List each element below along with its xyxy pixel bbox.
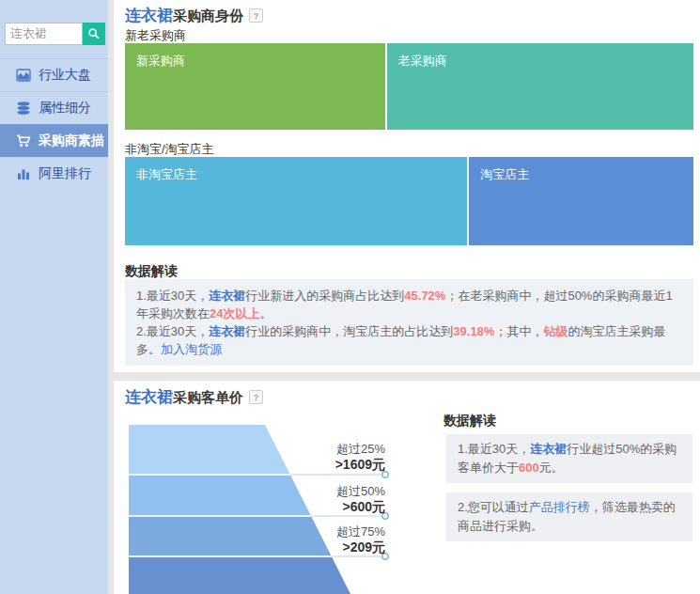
inline-link[interactable]: 加入淘货源 xyxy=(161,342,222,356)
sidebar-item-label: 属性细分 xyxy=(39,100,91,117)
tier-callout-1: 超过25% >1609元 xyxy=(335,441,385,473)
highlight-value: 24次以上 xyxy=(210,306,259,320)
bar-segment[interactable]: 淘宝店主 xyxy=(469,157,693,245)
search-icon xyxy=(87,27,101,40)
highlight-value: 45.72% xyxy=(404,289,445,303)
title-keyword: 连衣裙 xyxy=(125,386,173,408)
sidebar-item-attribute-breakdown[interactable]: 属性细分 xyxy=(0,91,108,124)
sidebar-menu: 行业大盘 属性细分 采购商素描 xyxy=(0,58,108,190)
title-rest: 采购商身份 xyxy=(173,8,243,25)
section-divider xyxy=(114,372,700,381)
tier-label: 超过25% xyxy=(335,441,385,457)
sidebar-item-buyer-profile[interactable]: 采购商素描 xyxy=(0,124,114,157)
layers-icon xyxy=(16,101,31,116)
sidebar: 行业大盘 属性细分 采购商素描 xyxy=(0,0,108,594)
tier-label: 超过50% xyxy=(336,483,385,499)
sidebar-item-label: 采购商素描 xyxy=(39,133,104,149)
bar-segment[interactable]: 新采购商 xyxy=(125,43,385,130)
cart-icon xyxy=(16,133,31,148)
search-button[interactable] xyxy=(83,23,105,45)
bar-segment-label: 老采购商 xyxy=(398,54,447,68)
sidebar-content-divider xyxy=(108,0,114,594)
sidebar-item-ali-ranking[interactable]: 阿里排行 xyxy=(0,157,108,190)
highlight-value: 39.18% xyxy=(453,324,494,338)
tier-label: 超过75% xyxy=(336,524,385,539)
bar-chart-new-old: 新采购商老采购商 xyxy=(125,43,693,130)
text-segment: 行业的采购商中，淘宝店主的占比达到 xyxy=(245,324,453,338)
bar-chart-taobao: 非淘宝店主淘宝店主 xyxy=(125,157,693,245)
bar-segment-label: 新采购商 xyxy=(136,54,185,68)
insight-line-2: 2.最近30天，连衣裙行业的采购商中，淘宝店主的占比达到39.18%；其中，钻级… xyxy=(136,322,682,358)
tier-value: >1609元 xyxy=(335,457,385,473)
text-segment: 2.最近30天， xyxy=(136,324,209,338)
insight-heading: 数据解读 xyxy=(125,263,178,280)
sidebar-item-label: 行业大盘 xyxy=(39,67,91,84)
chart1-label: 新老采购商 xyxy=(125,27,186,44)
title-keyword: 连衣裙 xyxy=(125,5,173,26)
bar-segment-label: 非淘宝店主 xyxy=(136,167,197,181)
bar-segment[interactable]: 非淘宝店主 xyxy=(125,157,467,245)
inline-link[interactable]: 连衣裙 xyxy=(530,442,567,456)
bar-chart-icon xyxy=(16,166,31,181)
tier-value: >209元 xyxy=(336,539,385,555)
help-icon[interactable]: ? xyxy=(249,390,263,404)
text-segment: 元。 xyxy=(539,461,564,475)
bar-segment[interactable]: 老采购商 xyxy=(387,43,693,130)
chart2-label: 非淘宝/淘宝店主 xyxy=(125,141,214,158)
area-chart-icon xyxy=(16,68,31,83)
inline-link[interactable]: 连衣裙 xyxy=(209,324,245,338)
sidebar-item-industry-overview[interactable]: 行业大盘 xyxy=(0,58,108,91)
pyramid-tier-1[interactable] xyxy=(129,425,290,475)
tier-value: >600元 xyxy=(336,499,385,515)
section2-title: 连衣裙 采购客单价 ? xyxy=(125,386,263,408)
highlight-value: 钻级 xyxy=(543,324,568,338)
text-segment: 1.最近30天， xyxy=(458,442,530,456)
insight-box-2: 2.您可以通过产品排行榜，筛选最热卖的商品进行采购。 xyxy=(446,492,692,541)
search-input[interactable] xyxy=(5,23,83,45)
text-segment: 。 xyxy=(259,306,272,320)
help-icon[interactable]: ? xyxy=(249,8,263,23)
title-rest: 采购客单价 xyxy=(173,389,243,407)
sidebar-item-label: 阿里排行 xyxy=(39,165,91,182)
pyramid-tier-2[interactable] xyxy=(129,475,311,516)
pyramid-tier-3[interactable] xyxy=(129,516,332,556)
tier-callout-3: 超过75% >209元 xyxy=(336,524,385,555)
insight-box-1: 1.最近30天，连衣裙行业超过50%的采购客单价大于600元。 xyxy=(446,434,692,483)
pyramid-tier-4[interactable] xyxy=(129,556,350,594)
tier-callout-2: 超过50% >600元 xyxy=(336,483,385,515)
inline-link[interactable]: 产品排行榜 xyxy=(529,500,590,514)
text-segment: 2.您可以通过 xyxy=(458,500,529,514)
insight-line-1: 1.最近30天，连衣裙行业新进入的采购商占比达到45.72%；在老采购商中，超过… xyxy=(136,287,682,322)
text-segment: ；其中， xyxy=(494,324,543,338)
inline-link[interactable]: 连衣裙 xyxy=(209,289,245,303)
highlight-value: 600 xyxy=(519,461,539,475)
insight-box: 1.最近30天，连衣裙行业新进入的采购商占比达到45.72%；在老采购商中，超过… xyxy=(125,279,693,366)
insight-heading: 数据解读 xyxy=(443,413,496,430)
text-segment: 1.最近30天， xyxy=(136,289,209,303)
text-segment: 行业新进入的采购商占比达到 xyxy=(245,289,404,303)
section1-title: 连衣裙 采购商身份 ? xyxy=(125,5,263,26)
bar-segment-label: 淘宝店主 xyxy=(480,167,529,181)
